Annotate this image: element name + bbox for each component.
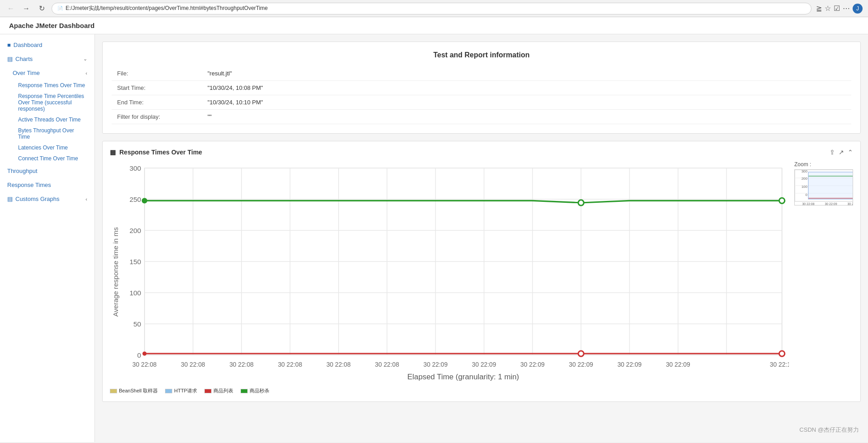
info-label-end: End Time: [112,95,202,110]
translate-button[interactable]: ≧ [816,4,822,13]
svg-text:30 22:09: 30 22:09 [618,361,642,368]
info-row-file: File: "result.jtl" [112,66,851,81]
svg-point-31 [142,351,146,355]
address-bar[interactable]: 📄 E:/Jmeter实战/temp/result/content/pages/… [52,3,811,14]
sidebar: ■ Dashboard ▤ Charts ⌄ Over Time ‹ Respo… [0,34,95,442]
app-title: Apache JMeter Dashboard [9,22,94,29]
throughput-label: Throughput [7,168,87,174]
forward-button[interactable]: → [21,3,32,14]
svg-text:30 22:09: 30 22:09 [825,202,837,205]
svg-text:30 22:08: 30 22:08 [181,361,205,368]
info-value-file: "result.jtl" [202,66,851,81]
svg-text:Average response time in ms: Average response time in ms [112,227,119,317]
svg-text:250: 250 [129,196,141,203]
star-button[interactable]: ☆ [825,4,831,13]
legend-label-http: HTTP请求 [174,387,197,394]
zoom-svg: 300 200 100 0 30 22:08 [795,170,853,205]
svg-text:30 22:08: 30 22:08 [229,361,254,368]
dashboard-label: Dashboard [14,42,87,48]
charts-chevron: ⌄ [83,56,87,62]
chart-title: ▩ Response Times Over Time [110,149,202,156]
chart-container: Average response time in ms [110,161,853,384]
chart-controls: ⇪ ↗ ⌃ [830,149,853,156]
nav-latencies[interactable]: Latencies Over Time [11,142,94,153]
svg-text:150: 150 [129,258,141,266]
charts-icon: ▤ [7,56,13,62]
legend-color-beanshell [110,389,117,393]
sidebar-item-over-time[interactable]: Over Time ‹ [0,66,94,80]
chart-legend: BeanShell 取样器 HTTP请求 商品列表 商品秒杀 [110,387,853,394]
zoom-label: Zoom : [794,161,853,168]
nav-connect-time[interactable]: Connect Time Over Time [11,153,94,164]
svg-text:30 22:09: 30 22:09 [666,361,690,368]
svg-text:300: 300 [129,164,141,172]
svg-text:30 22:08: 30 22:08 [375,361,399,368]
svg-text:30 22:09: 30 22:09 [472,361,496,368]
legend-item-seckill: 商品秒杀 [241,387,269,394]
svg-text:50: 50 [133,320,141,328]
svg-text:30 22:10: 30 22:10 [770,361,789,368]
legend-item-http: HTTP请求 [165,387,197,394]
info-value-end: "10/30/24, 10:10 PM" [202,95,851,110]
info-value-filter: "" [202,110,851,124]
zoom-box: 300 200 100 0 30 22:08 [794,169,853,205]
nav-response-time-percentiles[interactable]: Response Time Percentiles Over Time (suc… [11,91,94,114]
svg-text:Elapsed Time (granularity: 1 m: Elapsed Time (granularity: 1 min) [407,373,519,381]
svg-text:200: 200 [802,177,808,181]
info-card-title: Test and Report information [112,51,851,59]
chart-title-text: Response Times Over Time [119,149,202,156]
customs-graphs-chevron: ‹ [85,196,87,202]
chart-collapse-button[interactable]: ⌃ [848,149,853,156]
chart-zoom-panel: Zoom : 300 200 100 0 [794,161,853,384]
legend-item-beanshell: BeanShell 取样器 [110,387,158,394]
main-layout: ■ Dashboard ▤ Charts ⌄ Over Time ‹ Respo… [0,34,868,442]
chart-header: ▩ Response Times Over Time ⇪ ↗ ⌃ [110,149,853,156]
info-label-filter: Filter for display: [112,110,202,124]
chart-pin-button[interactable]: ⇪ [830,149,835,156]
sidebar-item-customs-graphs[interactable]: ▤ Customs Graphs ‹ [0,192,94,206]
svg-text:200: 200 [129,227,141,234]
info-row-end: End Time: "10/30/24, 10:10 PM" [112,95,851,110]
bookmark-button[interactable]: ☑ [834,4,840,13]
chart-main: Average response time in ms [110,161,789,384]
svg-text:300: 300 [802,170,808,173]
svg-point-32 [578,351,584,356]
svg-text:30 22:10: 30 22:10 [847,202,853,205]
legend-label-beanshell: BeanShell 取样器 [119,387,158,394]
sidebar-item-charts[interactable]: ▤ Charts ⌄ [0,52,94,66]
svg-point-33 [779,351,785,356]
chart-title-icon: ▩ [110,149,116,156]
legend-label-seckill: 商品秒杀 [250,387,269,394]
legend-label-list: 商品列表 [213,387,233,394]
svg-text:100: 100 [129,289,141,297]
svg-text:0: 0 [806,193,808,197]
svg-text:30 22:08: 30 22:08 [132,361,157,368]
sidebar-item-throughput[interactable]: Throughput [0,164,94,178]
refresh-button[interactable]: ↻ [36,3,47,14]
svg-text:30 22:09: 30 22:09 [424,361,448,368]
svg-text:30 22:09: 30 22:09 [569,361,593,368]
address-icon: 📄 [57,6,63,11]
nav-response-times-over-time[interactable]: Response Times Over Time [11,80,94,91]
profile-button[interactable]: J [853,4,863,14]
menu-button[interactable]: ⋯ [843,4,850,13]
info-row-filter: Filter for display: "" [112,110,851,124]
svg-text:100: 100 [802,185,808,189]
customs-graphs-icon: ▤ [7,196,13,202]
sidebar-item-response-times[interactable]: Response Times [0,178,94,192]
svg-point-29 [578,200,584,205]
over-time-chevron: ‹ [85,70,87,76]
svg-text:30 22:08: 30 22:08 [326,361,351,368]
address-text: E:/Jmeter实战/temp/result/content/pages/Ov… [66,5,268,12]
info-value-start: "10/30/24, 10:08 PM" [202,81,851,95]
browser-chrome: ← → ↻ 📄 E:/Jmeter实战/temp/result/content/… [0,0,868,17]
info-row-start: Start Time: "10/30/24, 10:08 PM" [112,81,851,95]
sidebar-item-dashboard[interactable]: ■ Dashboard [0,38,94,52]
nav-active-threads[interactable]: Active Threads Over Time [11,114,94,125]
nav-bytes-throughput[interactable]: Bytes Throughput Over Time [11,125,94,142]
legend-item-list: 商品列表 [204,387,233,394]
info-table: File: "result.jtl" Start Time: "10/30/24… [112,66,851,124]
chart-expand-button[interactable]: ↗ [839,149,844,156]
svg-point-30 [779,198,785,203]
back-button[interactable]: ← [5,3,16,14]
